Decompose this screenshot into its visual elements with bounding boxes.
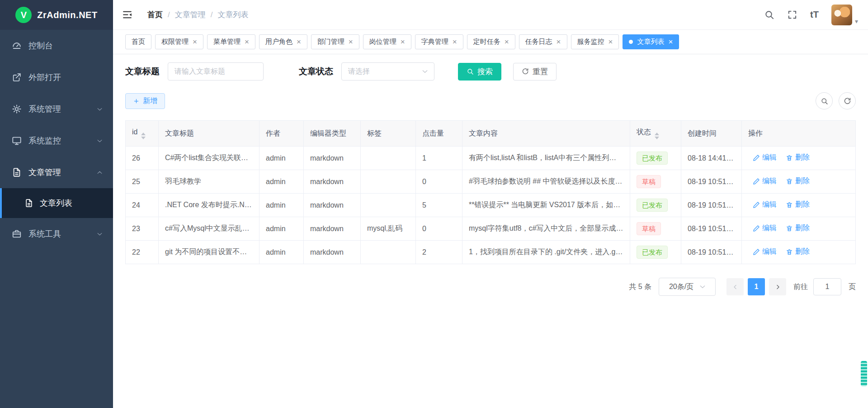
refresh-table-button[interactable] — [839, 92, 856, 109]
column-label: 操作 — [748, 129, 763, 137]
column-header-author: 作者 — [259, 121, 304, 147]
tab-10[interactable]: 文章列表× — [623, 34, 679, 49]
status-badge: 草稿 — [637, 175, 661, 188]
column-header-status[interactable]: 状态 — [630, 121, 681, 147]
column-header-id[interactable]: id — [126, 121, 159, 147]
tab-3[interactable]: 用户角色× — [259, 34, 307, 49]
tab-close-icon[interactable]: × — [557, 38, 561, 46]
edit-link[interactable]: 编辑 — [753, 223, 777, 233]
sidebar-menu: 控制台外部打开系统管理系统监控文章管理文章列表系统工具 — [0, 30, 113, 408]
reset-button[interactable]: 重置 — [513, 63, 557, 81]
sidebar-item-label: 系统工具 — [28, 228, 96, 239]
monitor-icon — [12, 136, 22, 146]
delete-link[interactable]: 删除 — [786, 247, 810, 256]
tab-4[interactable]: 部门管理× — [311, 34, 359, 49]
tab-close-icon[interactable]: × — [668, 38, 673, 46]
sort-asc-icon[interactable] — [141, 133, 146, 135]
sidebar-collapse-button[interactable] — [113, 0, 141, 30]
app-logo[interactable]: V ZrAdmin.NET — [0, 0, 113, 30]
status-badge: 已发布 — [637, 246, 668, 259]
prev-page-button[interactable] — [726, 278, 744, 295]
edit-link[interactable]: 编辑 — [753, 153, 777, 162]
tab-close-icon[interactable]: × — [193, 38, 197, 46]
page-number-button[interactable]: 1 — [748, 278, 765, 295]
fullscreen-button[interactable] — [787, 9, 797, 20]
sidebar-item-label: 控制台 — [28, 40, 103, 51]
tabs-bar: 首页权限管理×菜单管理×用户角色×部门管理×岗位管理×字典管理×定时任务×任务日… — [113, 30, 868, 54]
edit-link[interactable]: 编辑 — [753, 200, 777, 209]
sidebar-item-label: 系统监控 — [28, 135, 96, 146]
column-header-ops: 操作 — [742, 121, 856, 147]
tab-close-icon[interactable]: × — [297, 38, 301, 46]
pagination: 共 5 条 20条/页 1 前往 页 — [125, 278, 856, 296]
tab-close-icon[interactable]: × — [401, 38, 405, 46]
edit-label: 编辑 — [762, 176, 777, 186]
tab-close-icon[interactable]: × — [349, 38, 353, 46]
edit-label: 编辑 — [762, 223, 777, 233]
sort-desc-icon[interactable] — [141, 137, 146, 139]
add-button[interactable]: 新增 — [125, 93, 165, 109]
tab-close-icon[interactable]: × — [245, 38, 249, 46]
sidebar-item-dashboard[interactable]: 控制台 — [0, 30, 113, 62]
tab-7[interactable]: 定时任务× — [467, 34, 515, 49]
tab-5[interactable]: 岗位管理× — [363, 34, 411, 49]
tab-2[interactable]: 菜单管理× — [207, 34, 255, 49]
toolbar-right — [816, 92, 856, 109]
tab-8[interactable]: 任务日志× — [519, 34, 567, 49]
sidebar-item-system-tools[interactable]: 系统工具 — [0, 218, 113, 250]
article-status-select[interactable]: 请选择 — [341, 62, 434, 81]
topbar-right: tT ▾ — [764, 5, 858, 25]
cell-tags — [361, 241, 416, 264]
next-page-button[interactable] — [769, 278, 786, 295]
pencil-icon — [753, 201, 760, 209]
sort-asc-icon[interactable] — [655, 133, 659, 135]
sort-carets[interactable] — [655, 133, 659, 139]
cell-author: admin — [259, 217, 304, 241]
sidebar-item-article-manage[interactable]: 文章管理 — [0, 157, 113, 188]
tab-6[interactable]: 字典管理× — [415, 34, 463, 49]
tab-close-icon[interactable]: × — [609, 38, 613, 46]
tab-0[interactable]: 首页 — [125, 34, 151, 49]
breadcrumb-item[interactable]: 文章管理 — [175, 9, 206, 20]
article-title-input[interactable] — [168, 62, 264, 81]
column-label: 作者 — [266, 129, 280, 137]
refresh-icon — [844, 97, 851, 105]
sort-carets[interactable] — [141, 133, 146, 139]
column-header-hits: 点击量 — [416, 121, 462, 147]
delete-label: 删除 — [795, 153, 810, 162]
cell-content: 有两个list,listA 和listB，listA中有三个属性列为St... — [462, 147, 630, 170]
tab-label: 岗位管理 — [369, 38, 396, 46]
toggle-search-button[interactable] — [816, 92, 833, 109]
page-size-select[interactable]: 20条/页 — [659, 278, 716, 296]
search-button[interactable]: 搜索 — [458, 63, 501, 81]
breadcrumb-item[interactable]: 首页 — [147, 9, 163, 20]
search-icon — [764, 9, 774, 20]
sidebar-item-article-list[interactable]: 文章列表 — [0, 188, 113, 218]
sidebar-item-system-manage[interactable]: 系统管理 — [0, 93, 113, 125]
search-icon — [467, 68, 474, 75]
sidebar-item-external-open[interactable]: 外部打开 — [0, 62, 113, 93]
tab-9[interactable]: 服务监控× — [571, 34, 619, 49]
delete-link[interactable]: 删除 — [786, 200, 810, 209]
user-menu[interactable]: ▾ — [831, 5, 858, 25]
delete-link[interactable]: 删除 — [786, 223, 810, 233]
scrollbar-thumb[interactable] — [861, 361, 867, 386]
goto-page-input[interactable] — [813, 278, 841, 295]
tab-label: 权限管理 — [161, 38, 189, 46]
user-avatar[interactable] — [831, 5, 852, 25]
delete-link[interactable]: 删除 — [786, 176, 810, 186]
edit-label: 编辑 — [762, 153, 777, 162]
sidebar-item-system-monitor[interactable]: 系统监控 — [0, 125, 113, 157]
article-status-label: 文章状态 — [299, 66, 333, 77]
edit-link[interactable]: 编辑 — [753, 247, 777, 256]
delete-link[interactable]: 删除 — [786, 153, 810, 162]
header-search-button[interactable] — [764, 9, 774, 20]
document-icon — [12, 167, 22, 177]
font-size-button[interactable]: tT — [810, 9, 819, 20]
edit-link[interactable]: 编辑 — [753, 176, 777, 186]
sort-desc-icon[interactable] — [655, 137, 659, 139]
tab-close-icon[interactable]: × — [505, 38, 509, 46]
tab-close-icon[interactable]: × — [453, 38, 457, 46]
pencil-icon — [753, 225, 760, 232]
tab-1[interactable]: 权限管理× — [155, 34, 203, 49]
